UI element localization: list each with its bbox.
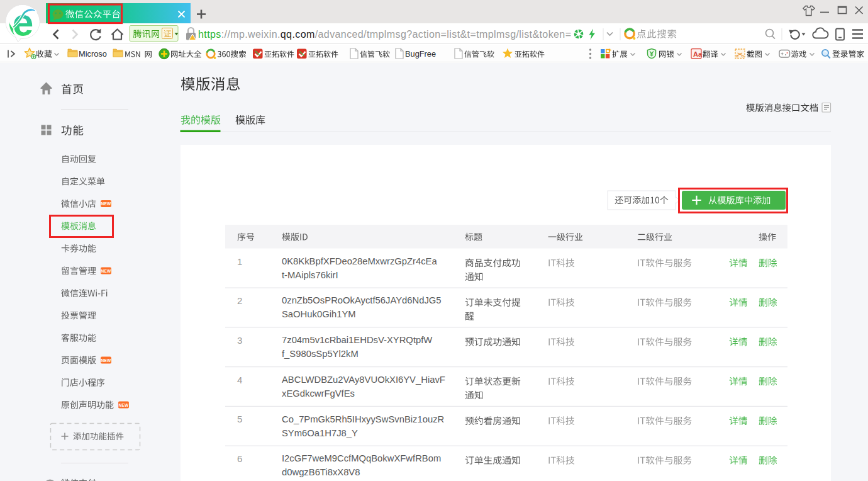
svg-text:NEW: NEW bbox=[101, 358, 112, 363]
svg-text:NEW: NEW bbox=[101, 269, 112, 273]
svg-text:NEW: NEW bbox=[101, 201, 112, 206]
svg-text:Aa: Aa bbox=[693, 50, 703, 58]
svg-text:NEW: NEW bbox=[119, 403, 130, 407]
